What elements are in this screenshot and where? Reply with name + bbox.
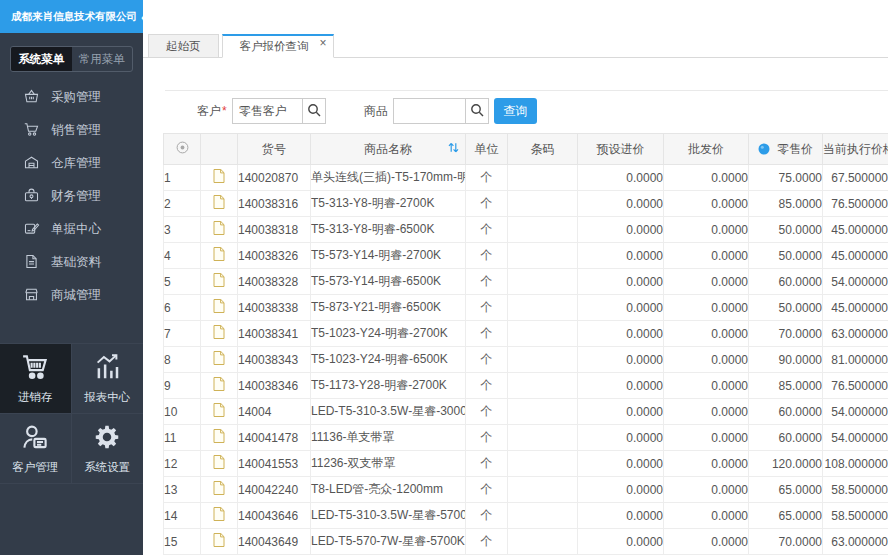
document-icon[interactable] — [213, 406, 225, 420]
table-row[interactable]: 2140038316T5-313-Y8-明睿-2700K个0.00000.000… — [164, 191, 888, 217]
sidebar-tile-settings[interactable]: 系统设置 — [72, 414, 144, 484]
column-header-select[interactable] — [164, 134, 201, 165]
tab-quote[interactable]: 客户报价查询× — [222, 34, 334, 58]
document-icon[interactable] — [213, 328, 225, 342]
cell-retail-price: 70.0000 — [749, 321, 823, 347]
sidebar-item-documents[interactable]: 单据中心 — [0, 213, 143, 246]
sidebar-item-finance[interactable]: 财务管理 — [0, 180, 143, 213]
table-row[interactable]: 7140038341T5-1023-Y24-明睿-2700K个0.00000.0… — [164, 321, 888, 347]
sidebar-tile-grid: 进销存报表中心客户管理系统设置 — [0, 343, 143, 484]
document-icon[interactable] — [213, 198, 225, 212]
cell-document[interactable] — [201, 321, 238, 347]
cell-purchase-price: 0.0000 — [578, 295, 664, 321]
table-row[interactable]: 6140038338T5-873-Y21-明睿-6500K个0.00000.00… — [164, 295, 888, 321]
table-row[interactable]: 4140038326T5-573-Y14-明睿-2700K个0.00000.00… — [164, 243, 888, 269]
document-icon[interactable] — [213, 380, 225, 394]
table-row[interactable]: 13140042240T8-LED管-亮众-1200mm个0.00000.000… — [164, 477, 888, 503]
table-row[interactable]: 1214004155311236-双支带罩个0.00000.0000120.00… — [164, 451, 888, 477]
cell-unit: 个 — [466, 399, 508, 425]
cell-retail-price: 65.0000 — [749, 503, 823, 529]
sidebar-item-warehouse[interactable]: 仓库管理 — [0, 147, 143, 180]
table-row[interactable]: 15140043649LED-T5-570-7W-星睿-5700K个0.0000… — [164, 529, 888, 555]
product-search-button[interactable] — [465, 98, 489, 124]
column-header-purchase_price: 预设进价 — [578, 134, 664, 165]
document-pen-icon — [23, 220, 40, 240]
customer-search-button[interactable] — [302, 98, 326, 124]
table-row[interactable]: 5140038328T5-573-Y14-明睿-6500K个0.00000.00… — [164, 269, 888, 295]
document-icon[interactable] — [213, 510, 225, 524]
document-icon[interactable] — [213, 224, 225, 238]
cell-wholesale-price: 0.0000 — [664, 269, 749, 295]
tab-home[interactable]: 起始页 — [148, 34, 219, 58]
product-input-group — [393, 98, 489, 124]
cell-document[interactable] — [201, 373, 238, 399]
customer-input[interactable] — [232, 98, 302, 124]
sidebar-menu-tab-common[interactable]: 常用菜单 — [72, 47, 133, 71]
cell-current-price: 45.000000 — [823, 295, 888, 321]
sidebar-item-purchase[interactable]: 采购管理 — [0, 81, 143, 114]
document-icon[interactable] — [213, 536, 225, 550]
product-input[interactable] — [393, 98, 465, 124]
document-icon[interactable] — [213, 276, 225, 290]
cell-document[interactable] — [201, 243, 238, 269]
document-icon[interactable] — [213, 458, 225, 472]
sidebar-item-sales[interactable]: 销售管理 — [0, 114, 143, 147]
table-row[interactable]: 9140038346T5-1173-Y28-明睿-2700K个0.00000.0… — [164, 373, 888, 399]
cell-product-name: LED-T5-310-3.5W-星睿-3000K — [311, 399, 466, 425]
cell-document[interactable] — [201, 529, 238, 555]
cell-wholesale-price: 0.0000 — [664, 321, 749, 347]
table-row[interactable]: 1140020870单头连线(三插)-T5-170mm-明睿-...个0.000… — [164, 165, 888, 191]
cell-barcode — [508, 529, 578, 555]
sidebar-tile-reports[interactable]: 报表中心 — [72, 344, 144, 414]
sort-icon[interactable] — [448, 142, 459, 157]
close-icon[interactable]: × — [319, 36, 326, 50]
sidebar-item-basic-data[interactable]: 基础资料 — [0, 246, 143, 279]
required-mark: * — [222, 104, 227, 118]
tab-strip: 起始页客户报价查询× — [143, 33, 888, 58]
document-icon[interactable] — [213, 302, 225, 316]
sidebar-item-mall[interactable]: 商城管理 — [0, 279, 143, 312]
cell-document[interactable] — [201, 399, 238, 425]
cell-retail-price: 50.0000 — [749, 243, 823, 269]
sidebar-item-label: 基础资料 — [51, 254, 101, 271]
document-icon[interactable] — [213, 172, 225, 186]
customer-input-group — [232, 98, 326, 124]
column-header-name[interactable]: 商品名称 — [311, 134, 466, 165]
cell-retail-price: 60.0000 — [749, 399, 823, 425]
sidebar-tile-label: 进销存 — [18, 390, 53, 405]
cell-document[interactable] — [201, 165, 238, 191]
cell-current-price: 63.000000 — [823, 321, 888, 347]
cell-document[interactable] — [201, 503, 238, 529]
column-header-unit: 单位 — [466, 134, 508, 165]
cell-document[interactable] — [201, 295, 238, 321]
document-icon[interactable] — [213, 432, 225, 446]
document-icon[interactable] — [213, 250, 225, 264]
radio-circle-icon[interactable] — [176, 143, 189, 157]
cell-document[interactable] — [201, 347, 238, 373]
cell-product-name: LED-T5-570-7W-星睿-5700K — [311, 529, 466, 555]
cell-document[interactable] — [201, 269, 238, 295]
table-row[interactable]: 14140043646LED-T5-310-3.5W-星睿-5700K个0.00… — [164, 503, 888, 529]
table-row[interactable]: 8140038343T5-1023-Y24-明睿-6500K个0.00000.0… — [164, 347, 888, 373]
table-row[interactable]: 1114004147811136-单支带罩个0.00000.000060.000… — [164, 425, 888, 451]
product-field-label: 商品 — [364, 103, 388, 120]
sidebar-tile-customers[interactable]: 客户管理 — [0, 414, 72, 484]
sidebar-tile-inventory[interactable]: 进销存 — [0, 344, 72, 414]
cell-document[interactable] — [201, 217, 238, 243]
table-row[interactable]: 3140038318T5-313-Y8-明睿-6500K个0.00000.000… — [164, 217, 888, 243]
collapse-sidebar-icon[interactable]: « — [141, 9, 149, 24]
cell-document[interactable] — [201, 477, 238, 503]
cell-wholesale-price: 0.0000 — [664, 217, 749, 243]
cell-product-name: LED-T5-310-3.5W-星睿-5700K — [311, 503, 466, 529]
document-icon[interactable] — [213, 484, 225, 498]
sidebar-menu-tab-system[interactable]: 系统菜单 — [11, 47, 72, 71]
info-circle-icon — [758, 143, 770, 158]
document-icon[interactable] — [213, 354, 225, 368]
table-row[interactable]: 1014004LED-T5-310-3.5W-星睿-3000K个0.00000.… — [164, 399, 888, 425]
cell-barcode — [508, 451, 578, 477]
row-index: 7 — [164, 321, 201, 347]
cell-document[interactable] — [201, 191, 238, 217]
cell-document[interactable] — [201, 451, 238, 477]
query-button[interactable]: 查询 — [494, 98, 537, 124]
cell-document[interactable] — [201, 425, 238, 451]
